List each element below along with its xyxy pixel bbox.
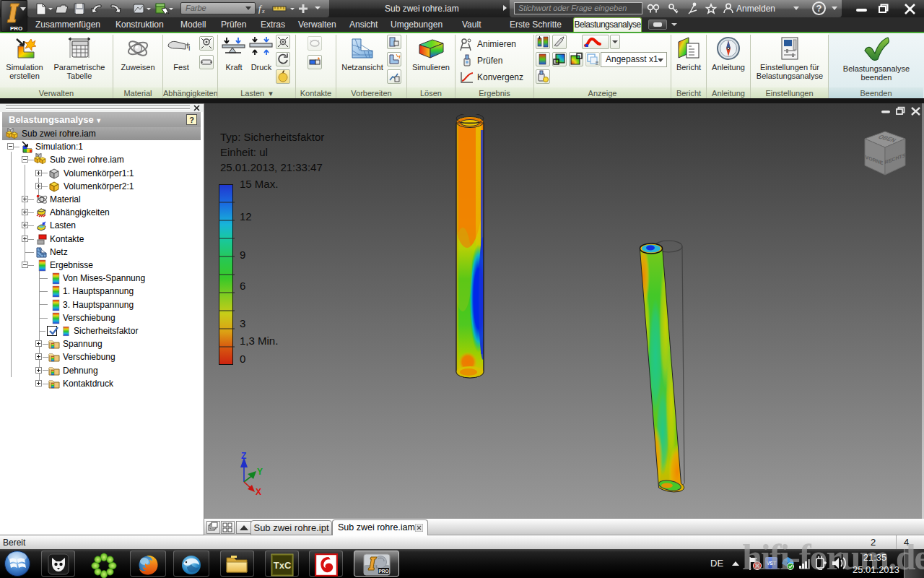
svg-text:Anmelden: Anmelden: [736, 4, 775, 14]
svg-text:X: X: [256, 487, 261, 496]
svg-text:Z: Z: [241, 452, 246, 461]
svg-text:PRO: PRO: [378, 569, 388, 574]
svg-text:TxC: TxC: [273, 560, 291, 571]
svg-text:I: I: [188, 45, 191, 52]
svg-text:x: x: [261, 8, 265, 14]
svg-text:PRO: PRO: [10, 25, 22, 32]
svg-text:Y: Y: [257, 467, 263, 477]
